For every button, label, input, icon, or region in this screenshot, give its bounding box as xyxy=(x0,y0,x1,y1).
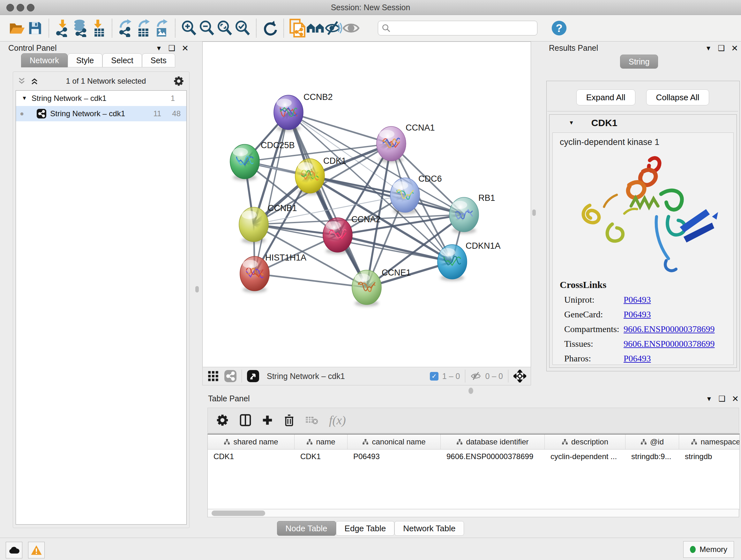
float-panel-icon[interactable]: ❑ xyxy=(169,44,176,52)
add-column-icon[interactable] xyxy=(262,415,273,426)
column-header-namespace[interactable]: namespace xyxy=(679,435,740,449)
network-node-HIST1H1A[interactable]: HIST1H1A xyxy=(240,253,307,293)
export-image-icon[interactable] xyxy=(152,19,171,37)
section-title: CDK1 xyxy=(591,118,617,128)
results-tab-string[interactable]: String xyxy=(620,55,658,69)
expand-all-button[interactable]: Expand All xyxy=(576,89,635,105)
crosslink-link[interactable]: P06493 xyxy=(623,295,651,305)
show-glass-eye-icon[interactable] xyxy=(342,19,360,37)
close-panel-icon[interactable]: ✕ xyxy=(732,395,739,403)
cdk1-section-header[interactable]: ▼ CDK1 xyxy=(549,115,737,131)
network-node-CDKN1A[interactable]: CDKN1A xyxy=(437,241,501,281)
window-title: Session: New Session xyxy=(0,3,741,12)
string-home-icon[interactable] xyxy=(307,19,324,37)
collection-expand-icon[interactable]: ▼ xyxy=(22,95,27,102)
tab-sets[interactable]: Sets xyxy=(142,53,175,67)
collapse-all-button[interactable]: Collapse All xyxy=(646,89,710,105)
close-panel-icon[interactable]: ✕ xyxy=(182,44,189,52)
table-row[interactable]: CDK1CDK1P064939606.ENSP00000378699cyclin… xyxy=(208,449,739,463)
table-options-gear-icon[interactable] xyxy=(216,414,229,427)
crosslink-row: Compartments:9606.ENSP00000378699 xyxy=(560,324,733,334)
help-icon[interactable]: ? xyxy=(550,19,568,37)
tab-select[interactable]: Select xyxy=(103,53,142,67)
column-header-database-identifier[interactable]: database identifier xyxy=(441,435,545,449)
import-network-icon[interactable] xyxy=(54,19,71,37)
tab-style[interactable]: Style xyxy=(68,53,103,67)
table-cell: stringdb xyxy=(679,449,740,463)
column-header-name[interactable]: name xyxy=(294,435,347,449)
bottom-splitter-handle[interactable] xyxy=(468,388,473,394)
zoom-selected-icon[interactable] xyxy=(233,19,252,37)
section-collapse-icon[interactable]: ▼ xyxy=(569,120,574,126)
left-splitter-handle[interactable] xyxy=(195,286,199,293)
tab-network-table[interactable]: Network Table xyxy=(394,521,464,536)
network-canvas[interactable]: CCNB2 CCNA1 CDC25B CDK1 CDC6 RB1 CCNB1 xyxy=(202,42,531,367)
viewbar-separator xyxy=(465,370,465,382)
import-table-icon[interactable] xyxy=(89,19,107,37)
selected-checkbox-icon[interactable]: ✓ xyxy=(430,372,439,381)
panel-menu-icon[interactable]: ▼ xyxy=(156,45,162,51)
import-network-from-database-icon[interactable] xyxy=(71,19,89,37)
network-share-view-icon[interactable] xyxy=(224,370,237,382)
crosslink-link[interactable]: 9606.ENSP00000378699 xyxy=(623,339,715,349)
panel-menu-icon[interactable]: ▼ xyxy=(705,45,712,51)
panel-menu-icon[interactable]: ▼ xyxy=(706,395,712,402)
table-toolbar: f(x) xyxy=(207,408,739,433)
crosslink-link[interactable]: P06493 xyxy=(623,309,651,320)
zoom-fit-icon[interactable] xyxy=(216,19,233,37)
network-collection-row[interactable]: ▼ String Network – cdk1 1 xyxy=(16,91,186,106)
node-label: CCNA1 xyxy=(406,123,435,132)
delete-column-icon[interactable] xyxy=(284,414,294,427)
grid-view-icon[interactable] xyxy=(208,371,219,381)
network-row-selected[interactable]: ● String Network – cdk1 11 48 xyxy=(16,106,186,121)
tab-node-table[interactable]: Node Table xyxy=(277,521,336,536)
warnings-button[interactable] xyxy=(28,542,45,558)
save-session-icon[interactable] xyxy=(26,19,44,37)
refresh-icon[interactable] xyxy=(261,19,279,37)
copy-publication-icon[interactable] xyxy=(288,19,307,37)
expand-all-networks-icon[interactable] xyxy=(30,77,39,85)
crosslink-link[interactable]: 9606.ENSP00000378699 xyxy=(623,324,715,334)
export-table-icon[interactable] xyxy=(135,19,152,37)
column-header-description[interactable]: description xyxy=(545,435,625,449)
toolbar-separator xyxy=(49,19,49,37)
float-panel-icon[interactable]: ❑ xyxy=(719,395,726,402)
crosslinks-list: Uniprot:P06493GeneCard:P06493Compartment… xyxy=(560,295,733,364)
birdseye-view-icon[interactable] xyxy=(247,370,259,382)
crosslink-link[interactable]: P06493 xyxy=(623,354,651,364)
column-header-canonical-name[interactable]: canonical name xyxy=(347,435,441,449)
close-panel-icon[interactable]: ✕ xyxy=(731,44,738,52)
network-node-RB1[interactable]: RB1 xyxy=(449,193,495,234)
memory-button[interactable]: Memory xyxy=(683,541,734,558)
network-node-CCNE1[interactable]: CCNE1 xyxy=(352,268,411,307)
network-node-CDC6[interactable]: CDC6 xyxy=(390,174,442,214)
network-node-CDK1[interactable]: CDK1 xyxy=(295,156,346,195)
network-options-gear-icon[interactable] xyxy=(173,76,184,86)
cloud-status-button[interactable] xyxy=(6,542,22,558)
crosslink-label: Tissues: xyxy=(564,339,623,349)
table-horizontal-scrollbar[interactable] xyxy=(207,509,739,517)
search-input[interactable] xyxy=(391,23,534,33)
network-node-CCNB1[interactable]: CCNB1 xyxy=(239,203,297,244)
tab-edge-table[interactable]: Edge Table xyxy=(336,521,395,536)
table-cell: CDK1 xyxy=(294,449,347,463)
export-network-icon[interactable] xyxy=(117,19,135,37)
network-node-CCNA2[interactable]: CCNA2 xyxy=(323,214,381,254)
show-columns-icon[interactable] xyxy=(240,414,251,427)
float-panel-icon[interactable]: ❑ xyxy=(718,44,725,52)
right-splitter-handle[interactable] xyxy=(532,209,536,216)
network-panel: 1 of 1 Network selected ▼ String Network… xyxy=(13,71,190,528)
open-session-icon[interactable] xyxy=(8,19,26,37)
zoom-in-icon[interactable] xyxy=(180,19,198,37)
pan-crosshair-icon[interactable] xyxy=(514,370,526,382)
hide-glass-eye-slash-icon[interactable] xyxy=(324,19,342,37)
tab-network[interactable]: Network xyxy=(21,53,68,67)
scrollbar-thumb[interactable] xyxy=(212,510,265,516)
network-view-toolbar: String Network – cdk1 ✓ 1 – 0 0 – 0 xyxy=(202,367,531,385)
column-header-@id[interactable]: @id xyxy=(625,435,679,449)
network-edge xyxy=(338,235,452,262)
zoom-out-icon[interactable] xyxy=(198,19,216,37)
crosslink-row: Uniprot:P06493 xyxy=(560,295,733,305)
column-header-shared-name[interactable]: shared name xyxy=(208,435,294,449)
collapse-all-networks-icon[interactable] xyxy=(17,77,26,85)
